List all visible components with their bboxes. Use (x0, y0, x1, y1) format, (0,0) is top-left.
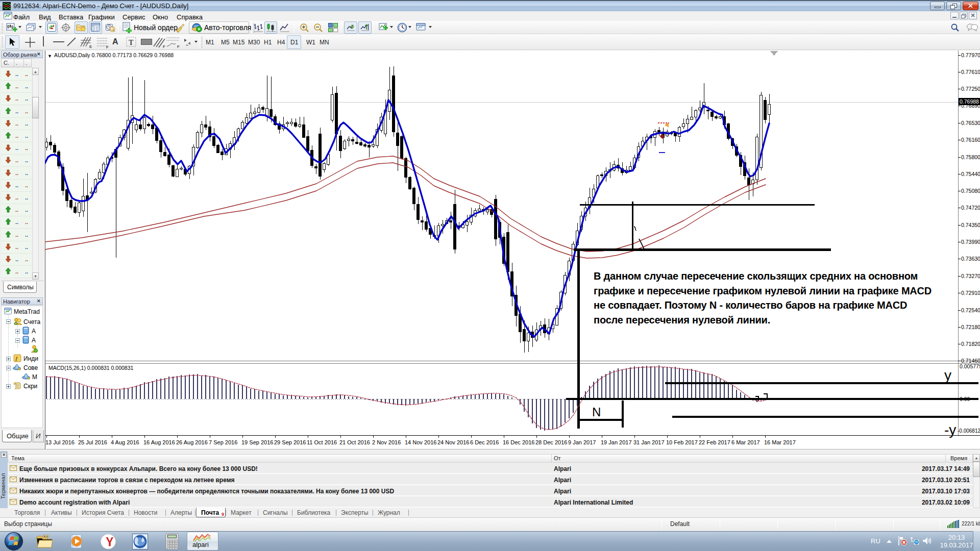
svg-text:0.00: 0.00 (960, 396, 970, 402)
svg-text:F: F (163, 44, 165, 48)
svg-text:0.75800: 0.75800 (961, 154, 980, 160)
svg-text:0.76988: 0.76988 (960, 98, 979, 105)
svg-text:-у: -у (944, 422, 956, 438)
svg-text:0.72180: 0.72180 (961, 324, 980, 330)
svg-text:13 Jul 2016: 13 Jul 2016 (45, 439, 75, 445)
svg-text:MACD(15,26,1) 0.000831 0.00083: MACD(15,26,1) 0.000831 0.000831 (48, 365, 134, 371)
svg-text:31 Jan 2017: 31 Jan 2017 (633, 439, 665, 445)
svg-text:24 Nov 2016: 24 Nov 2016 (437, 439, 469, 445)
svg-text:у: у (944, 367, 951, 383)
svg-text:19 Sep 2016: 19 Sep 2016 (241, 439, 273, 445)
svg-text:N: N (592, 405, 601, 419)
svg-text:0.005779: 0.005779 (960, 363, 980, 369)
svg-text:22 Feb 2017: 22 Feb 2017 (699, 439, 730, 445)
svg-text:0.73990: 0.73990 (961, 239, 980, 245)
svg-text:E: E (89, 44, 92, 48)
svg-text:T: T (129, 39, 134, 46)
svg-text:11 Oct 2016: 11 Oct 2016 (307, 439, 337, 445)
svg-text:0.73270: 0.73270 (961, 273, 980, 279)
svg-text:19 Jan 2017: 19 Jan 2017 (601, 439, 632, 445)
svg-text:0.77250: 0.77250 (961, 86, 980, 92)
svg-text:25 Jul 2016: 25 Jul 2016 (78, 439, 107, 445)
svg-text:16 Mar 2017: 16 Mar 2017 (764, 439, 796, 445)
svg-text:26 Aug 2016: 26 Aug 2016 (176, 439, 208, 445)
svg-text:6 Dec 2016: 6 Dec 2016 (470, 439, 499, 445)
svg-text:0.74720: 0.74720 (961, 205, 980, 211)
svg-text:21 Oct 2016: 21 Oct 2016 (339, 439, 370, 445)
svg-text:0.72540: 0.72540 (961, 307, 980, 313)
svg-text:10 Feb 2017: 10 Feb 2017 (666, 439, 698, 445)
svg-text:2 Nov 2016: 2 Nov 2016 (372, 439, 401, 445)
svg-text:0.73630: 0.73630 (961, 256, 980, 262)
svg-text:0.77610: 0.77610 (961, 69, 980, 75)
svg-text:0.76160: 0.76160 (961, 137, 980, 143)
svg-text:F: F (177, 44, 180, 48)
svg-text:6 Mar 2017: 6 Mar 2017 (731, 439, 760, 445)
svg-text:▼: ▼ (47, 54, 52, 59)
svg-text:7 Sep 2016: 7 Sep 2016 (209, 439, 237, 445)
svg-text:9 Jan 2017: 9 Jan 2017 (568, 439, 596, 445)
svg-text:16 Aug 2016: 16 Aug 2016 (143, 439, 175, 445)
svg-text:29 Sep 2016: 29 Sep 2016 (274, 439, 306, 445)
svg-text:0.75080: 0.75080 (961, 188, 980, 194)
svg-text:4 Aug 2016: 4 Aug 2016 (111, 439, 139, 445)
svg-text:AUDUSD,Daily 0.76800 0.77173: AUDUSD,Daily 0.76800 0.77173 0.76629 0.7… (54, 52, 174, 58)
svg-text:0.71820: 0.71820 (961, 341, 980, 347)
svg-text:0.74350: 0.74350 (961, 222, 980, 228)
svg-text:28 Dec 2016: 28 Dec 2016 (535, 439, 567, 445)
svg-text:0.75440: 0.75440 (961, 171, 980, 177)
svg-text:0.72910: 0.72910 (961, 290, 980, 296)
svg-text:0.77970: 0.77970 (961, 52, 980, 58)
svg-text:-0.006812: -0.006812 (958, 428, 980, 434)
svg-text:F: F (106, 45, 109, 48)
svg-text:0.76530: 0.76530 (961, 120, 980, 126)
svg-text:14 Nov 2016: 14 Nov 2016 (405, 439, 436, 445)
svg-text:16 Dec 2016: 16 Dec 2016 (503, 439, 534, 445)
